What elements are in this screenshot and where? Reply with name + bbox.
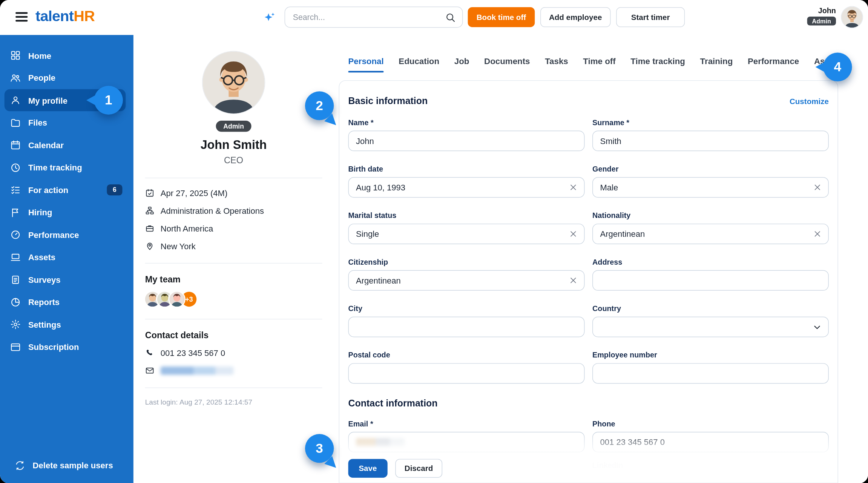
surname-input[interactable] [593, 131, 809, 150]
divider [145, 319, 322, 319]
clear-icon[interactable] [569, 276, 578, 285]
org-chart-icon [145, 206, 155, 215]
sidebar-item-reports[interactable]: Reports [5, 291, 126, 313]
contact-details-heading: Contact details [145, 331, 322, 340]
name-label: Name * [348, 118, 584, 127]
sidebar-item-subscription[interactable]: Subscription [5, 336, 126, 358]
delete-sample-users-button[interactable]: Delete sample users [9, 454, 118, 477]
brand-hr: HR [74, 8, 95, 25]
topbar-user-role-badge: Admin [807, 17, 836, 25]
annotation-step-3: 3 [305, 434, 334, 463]
team-member-avatar[interactable] [169, 292, 184, 307]
nationality-input[interactable] [593, 224, 809, 244]
sidebar-item-settings[interactable]: Settings [5, 313, 126, 336]
book-time-off-button[interactable]: Book time off [468, 7, 535, 27]
clear-icon[interactable] [569, 229, 578, 239]
start-timer-button[interactable]: Start timer [616, 7, 685, 27]
location-pin-icon [145, 241, 155, 251]
divider [145, 263, 322, 263]
sidebar-item-files[interactable]: Files [5, 112, 126, 134]
department-row: Administration & Operations [145, 206, 322, 215]
sidebar-item-label: Performance [28, 230, 79, 239]
menu-icon[interactable] [15, 12, 28, 21]
tab-personal[interactable]: Personal [348, 57, 383, 73]
pie-chart-icon [10, 296, 21, 307]
search-input[interactable] [285, 7, 442, 27]
user-icon [10, 95, 21, 106]
clear-icon[interactable] [569, 183, 578, 192]
tab-job[interactable]: Job [454, 57, 469, 73]
tab-education[interactable]: Education [399, 57, 439, 73]
clear-icon[interactable] [813, 183, 822, 192]
sidebar-item-performance[interactable]: Performance [5, 224, 126, 246]
envelope-icon [145, 366, 155, 375]
sidebar-item-assets[interactable]: Assets [5, 246, 126, 268]
divider [145, 388, 322, 388]
email-row [145, 366, 322, 375]
tab-training[interactable]: Training [700, 57, 733, 73]
location-row: New York [145, 241, 322, 251]
sidebar-item-for-action[interactable]: For action 6 [5, 179, 126, 201]
tab-time-off[interactable]: Time off [583, 57, 615, 73]
sidebar-item-surveys[interactable]: Surveys [5, 268, 126, 291]
gauge-icon [10, 229, 21, 240]
laptop-icon [10, 251, 21, 262]
marital-status-field: Marital status [348, 212, 584, 244]
tab-documents[interactable]: Documents [484, 57, 530, 73]
birth-date-field: Birth date [348, 165, 584, 198]
department: Administration & Operations [161, 206, 264, 215]
postal-code-input[interactable] [349, 364, 565, 383]
sidebar-item-home[interactable]: Home [5, 44, 126, 66]
profile-job-title: CEO [145, 156, 322, 166]
people-icon [10, 72, 21, 83]
sidebar-item-hiring[interactable]: Hiring [5, 201, 126, 224]
sparkle-icon[interactable] [262, 11, 276, 24]
country-select[interactable] [593, 317, 809, 336]
sidebar-item-label: Settings [28, 320, 61, 329]
clear-icon[interactable] [813, 229, 822, 239]
gender-input[interactable] [593, 178, 809, 197]
address-input[interactable] [593, 271, 809, 290]
topbar-avatar[interactable] [842, 7, 863, 28]
topbar-user-meta: John Admin [807, 7, 836, 26]
annotation-number: 4 [834, 59, 842, 75]
brand-logo[interactable]: talentHR [35, 8, 95, 25]
sidebar-nav: Home People My profile Files Calendar Ti… [0, 35, 133, 358]
phone-label: Phone [592, 420, 829, 428]
name-input[interactable] [349, 131, 565, 150]
search-icon[interactable] [445, 12, 456, 23]
tab-time-tracking[interactable]: Time tracking [630, 57, 685, 73]
citizenship-input[interactable] [349, 271, 565, 290]
save-button[interactable]: Save [348, 459, 387, 478]
customize-link[interactable]: Customize [790, 97, 829, 106]
briefcase-icon [145, 224, 155, 233]
credit-card-icon [10, 341, 21, 352]
birth-date-input[interactable] [349, 178, 565, 197]
chevron-down-icon[interactable] [812, 322, 822, 332]
marital-status-input[interactable] [349, 224, 565, 244]
profile-detail-panel: Personal Education Job Documents Tasks T… [339, 35, 838, 483]
sidebar-item-calendar[interactable]: Calendar [5, 134, 126, 156]
nationality-field: Nationality [592, 212, 829, 244]
annotation-step-1: 1 [94, 86, 123, 115]
tab-tasks[interactable]: Tasks [545, 57, 568, 73]
discard-button[interactable]: Discard [395, 459, 442, 478]
tab-performance[interactable]: Performance [748, 57, 799, 73]
add-employee-button[interactable]: Add employee [540, 7, 610, 27]
annotation-number: 3 [316, 441, 323, 456]
hire-date-row: Apr 27, 2025 (4M) [145, 188, 322, 198]
flag-icon [10, 207, 21, 218]
save-bar: Save Discard [339, 434, 837, 483]
my-team-heading: My team [145, 274, 322, 284]
sidebar-item-label: For action [28, 185, 68, 195]
team-avatars: +3 [145, 292, 322, 307]
basic-information-heading: Basic information [348, 96, 428, 107]
annotation-number: 1 [105, 92, 112, 108]
employee-number-input[interactable] [593, 364, 809, 383]
city-input[interactable] [349, 317, 565, 336]
sidebar-item-time-tracking[interactable]: Time tracking [5, 156, 126, 179]
personal-info-card: Basic information Customize Name * Surna… [339, 80, 838, 483]
sidebar-item-label: Calendar [28, 140, 64, 150]
profile-name: John Smith [145, 138, 322, 152]
profile-summary: Admin John Smith CEO Apr 27, 2025 (4M) A… [145, 35, 322, 406]
